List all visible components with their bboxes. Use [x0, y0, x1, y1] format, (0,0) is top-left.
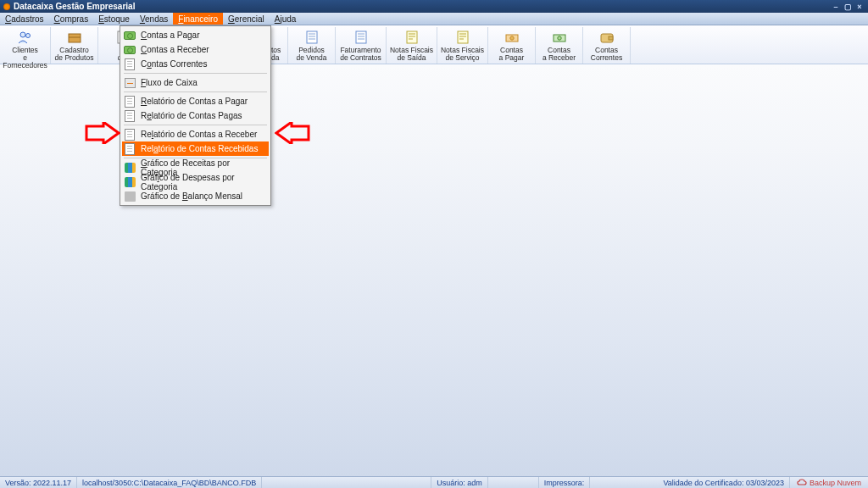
toolbar-label2: Correntes	[591, 54, 622, 62]
backup-cloud-button[interactable]: Backup Nuvem	[790, 479, 868, 487]
status-spacer1	[262, 477, 431, 488]
doc-icon	[124, 96, 136, 108]
svg-point-0	[20, 32, 25, 37]
status-spacer2	[488, 477, 539, 488]
annotation-arrow-right	[275, 122, 310, 144]
menuitem-label: Contas a Receber	[141, 45, 209, 54]
menu-separator	[124, 92, 267, 92]
backup-cloud-label: Backup Nuvem	[810, 479, 861, 487]
menuitem-relat-rio-de-contas-recebidas[interactable]: Relatório de Contas Recebidas	[122, 141, 269, 156]
menuitem-label: Gráfico de Despesas por Categoria	[141, 173, 265, 191]
annotation-arrow-left	[85, 122, 120, 144]
people-icon	[17, 30, 34, 45]
toolbar-notas-fiscais[interactable]: Notas Fiscaisde Saída	[387, 27, 437, 64]
menu-separator	[124, 73, 267, 74]
sheet-icon	[303, 30, 320, 45]
toolbar-cadastro[interactable]: Cadastrode Produtos	[51, 27, 98, 64]
menu-ajuda[interactable]: Ajuda	[270, 13, 302, 25]
money-out-icon	[504, 30, 520, 45]
menuitem-fluxo-de-caixa[interactable]: Fluxo de Caixa	[122, 75, 269, 90]
nf-icon	[454, 30, 471, 45]
titlebar: Datacaixa Gestão Empresarial – ▢ ×	[0, 0, 868, 13]
toolbar-label2: de Serviço	[445, 54, 479, 62]
app-logo-icon	[3, 3, 10, 10]
toolbar-contas[interactable]: ContasCorrentes	[583, 27, 631, 64]
menuitem-label: Relatório de Contas a Receber	[141, 130, 257, 139]
svg-rect-6	[356, 31, 366, 43]
status-cert: Validade do Certificado: 03/03/2023	[659, 477, 790, 488]
svg-rect-7	[407, 31, 417, 43]
cash-icon	[124, 30, 136, 42]
toolbar-label2: e Fornecedores	[0, 54, 50, 69]
doc-icon	[124, 58, 136, 70]
svg-rect-8	[458, 31, 468, 43]
svg-rect-14	[609, 36, 613, 40]
menuitem-contas-a-receber[interactable]: Contas a Receber	[122, 42, 269, 57]
menu-compras[interactable]: Compras	[49, 13, 94, 25]
toolbar-clientes[interactable]: Clientese Fornecedores	[0, 27, 51, 64]
menuitem-label: Contas Correntes	[141, 59, 207, 69]
menuitem-gr-fico-de-balan-o-mensal[interactable]: Gráfico de Balanço Mensal	[122, 189, 269, 203]
toolbar-pedidos[interactable]: Pedidosde Venda	[288, 27, 336, 64]
menu-vendas[interactable]: Vendas	[135, 13, 173, 25]
cash-icon	[124, 44, 136, 56]
status-version: Versão: 2022.11.17	[0, 477, 77, 488]
menuitem-label: Relatório de Contas Recebidas	[141, 144, 258, 153]
menuitem-label: Relatório de Contas a Pagar	[141, 97, 248, 106]
wallet-icon	[598, 30, 615, 45]
menuitem-gr-fico-de-despesas-por-categoria[interactable]: Gráfico de Despesas por Categoria	[122, 175, 269, 189]
financeiro-dropdown: Contas a PagarContas a ReceberContas Cor…	[120, 25, 271, 206]
sheet-icon	[353, 30, 370, 45]
menuitem-label: Fluxo de Caixa	[141, 78, 198, 87]
toolbar-notas-fiscais[interactable]: Notas Fiscaisde Serviço	[437, 27, 488, 64]
toolbar-label2: de Contratos	[340, 54, 381, 62]
svg-point-1	[25, 34, 30, 38]
restore-button[interactable]: ▢	[843, 3, 853, 11]
svg-point-10	[509, 36, 513, 40]
menu-estoque[interactable]: Estoque	[93, 13, 135, 25]
menuitem-contas-correntes[interactable]: Contas Correntes	[122, 57, 269, 71]
toolbar-contas[interactable]: Contasa Pagar	[488, 27, 536, 64]
svg-rect-2	[69, 34, 81, 42]
menuitem-label: Contas a Pagar	[141, 30, 200, 40]
close-button[interactable]: ×	[854, 3, 865, 11]
chart-icon	[124, 176, 136, 188]
menubar: CadastrosComprasEstoqueVendasFinanceiroG…	[0, 13, 868, 25]
menuitem-relat-rio-de-contas-a-receber[interactable]: Relatório de Contas a Receber	[122, 127, 269, 141]
flow-icon	[124, 77, 136, 89]
money-in-icon	[551, 30, 568, 45]
menuitem-label: Gráfico de Balanço Mensal	[141, 191, 242, 201]
menu-gerencial[interactable]: Gerencial	[223, 13, 270, 25]
toolbar-contas[interactable]: Contasa Receber	[536, 27, 583, 64]
menuitem-contas-a-pagar[interactable]: Contas a Pagar	[122, 28, 269, 42]
chart-icon	[124, 162, 136, 174]
menu-cadastros[interactable]: Cadastros	[0, 13, 49, 25]
toolbar-label2: de Venda	[297, 54, 327, 62]
status-user: Usuário: adm	[431, 477, 488, 488]
doc-icon	[124, 143, 136, 155]
menuitem-relat-rio-de-contas-a-pagar[interactable]: Relatório de Contas a Pagar	[122, 94, 269, 108]
menuitem-label: Relatório de Contas Pagas	[141, 111, 242, 120]
minimize-button[interactable]: –	[831, 3, 841, 11]
nf-icon	[403, 30, 420, 45]
doc-icon	[124, 110, 136, 122]
svg-point-12	[557, 36, 560, 40]
toolbar-label2: de Produtos	[55, 54, 94, 62]
cloud-icon	[797, 479, 807, 487]
box-icon	[66, 30, 83, 45]
app-title: Datacaixa Gestão Empresarial	[14, 2, 135, 11]
balance-icon	[124, 191, 136, 202]
toolbar-faturamento[interactable]: Faturamentode Contratos	[336, 27, 387, 64]
status-printer: Impressora:	[539, 477, 591, 488]
statusbar: Versão: 2022.11.17 localhost/3050:C:\Dat…	[0, 476, 868, 488]
menu-financeiro[interactable]: Financeiro	[173, 13, 223, 25]
menu-separator	[124, 125, 267, 125]
toolbar-label2: de Saída	[397, 54, 426, 62]
doc-icon	[124, 129, 136, 141]
toolbar-label2: a Receber	[542, 54, 576, 62]
toolbar-label2: a Pagar	[499, 54, 525, 62]
menuitem-relat-rio-de-contas-pagas[interactable]: Relatório de Contas Pagas	[122, 108, 269, 123]
status-host: localhost/3050:C:\Datacaixa_FAQ\BD\BANCO…	[77, 477, 262, 488]
svg-rect-5	[307, 31, 317, 43]
